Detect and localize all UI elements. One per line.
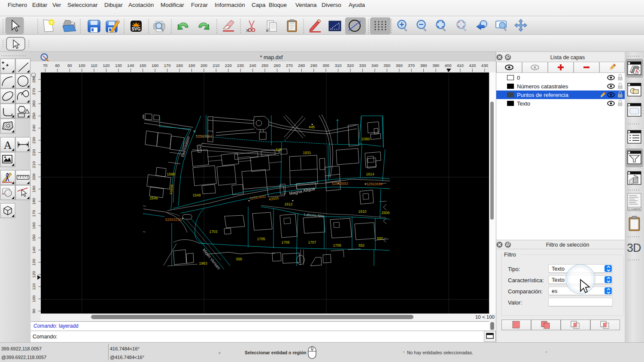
svg-text:A: A: [4, 139, 12, 151]
svg-text:1810: 1810: [358, 209, 367, 214]
svg-text:1705: 1705: [257, 237, 265, 241]
svg-text:230: 230: [237, 63, 244, 68]
svg-text:220: 220: [31, 149, 36, 156]
svg-text:200: 200: [200, 63, 207, 68]
svg-text:1708: 1708: [333, 243, 341, 247]
svg-text:320: 320: [347, 63, 354, 68]
svg-text:1963: 1963: [199, 261, 207, 265]
svg-text:1614: 1614: [366, 172, 374, 176]
svg-text:390: 390: [432, 63, 439, 68]
svg-text:100: 100: [31, 296, 36, 302]
svg-text:140: 140: [127, 63, 134, 68]
svg-text:160: 160: [31, 222, 36, 229]
svg-text:2360: 2360: [362, 137, 370, 141]
svg-text:52563236: 52563236: [165, 217, 182, 222]
svg-text:250: 250: [261, 63, 268, 68]
svg-text:240: 240: [249, 63, 256, 68]
svg-text:330: 330: [359, 63, 366, 68]
svg-text:150: 150: [140, 63, 146, 68]
svg-text:230: 230: [31, 137, 36, 144]
svg-text:140: 140: [31, 247, 36, 253]
svg-text:160: 160: [152, 63, 158, 68]
svg-text:310: 310: [335, 63, 342, 68]
svg-text:300: 300: [322, 63, 329, 68]
svg-text:370: 370: [408, 63, 415, 68]
svg-text:260: 260: [31, 100, 36, 107]
svg-text:380: 380: [420, 63, 427, 68]
svg-text:SVG: SVG: [131, 27, 140, 31]
svg-text:120: 120: [31, 271, 36, 278]
svg-text:150: 150: [31, 235, 36, 241]
svg-text:190: 190: [31, 186, 36, 193]
svg-text:350: 350: [383, 63, 390, 68]
svg-text:180: 180: [176, 63, 183, 68]
svg-text:130: 130: [31, 259, 36, 266]
svg-text:52563693: 52563693: [332, 181, 348, 186]
svg-text:260: 260: [274, 63, 281, 68]
svg-text:170: 170: [164, 63, 171, 68]
svg-text:52563694: 52563694: [366, 182, 383, 186]
svg-text:1707: 1707: [308, 240, 316, 244]
svg-text:290: 290: [310, 63, 317, 68]
svg-text:1703: 1703: [210, 229, 218, 234]
svg-text:420: 420: [469, 63, 476, 68]
svg-text:1706: 1706: [282, 240, 290, 244]
svg-text:110: 110: [91, 63, 97, 68]
svg-text:120: 120: [103, 63, 109, 68]
svg-text:1580: 1580: [167, 172, 175, 176]
svg-text:250: 250: [31, 112, 36, 119]
svg-text:360: 360: [396, 63, 403, 68]
svg-text:400: 400: [445, 63, 452, 68]
svg-text:52563284: 52563284: [196, 134, 212, 139]
svg-text:340: 340: [371, 63, 378, 68]
svg-text:552: 552: [358, 243, 365, 247]
svg-text:548: 548: [276, 148, 282, 152]
svg-text:70: 70: [43, 63, 48, 68]
svg-text:410: 410: [457, 63, 464, 68]
svg-text:1612: 1612: [285, 202, 293, 206]
svg-text:190: 190: [188, 63, 195, 68]
svg-text:2546: 2546: [150, 196, 158, 200]
svg-text:Lista de capas: Lista de capas: [550, 54, 585, 60]
svg-text:110: 110: [31, 284, 36, 290]
svg-text:2506: 2506: [382, 211, 390, 215]
svg-text:270: 270: [286, 63, 293, 68]
svg-text:445: 445: [309, 125, 315, 129]
svg-text:c:comand: c:comand: [629, 208, 640, 211]
svg-text:90: 90: [67, 63, 72, 68]
svg-text:130: 130: [115, 63, 122, 68]
svg-text:555: 555: [236, 257, 242, 261]
svg-text:100: 100: [79, 63, 85, 68]
svg-text:170: 170: [31, 210, 36, 217]
svg-text:3D: 3D: [627, 241, 641, 254]
svg-text:1931: 1931: [303, 151, 311, 155]
svg-text:270: 270: [31, 88, 36, 95]
svg-text:430: 430: [481, 63, 488, 68]
svg-text:80: 80: [55, 63, 60, 68]
svg-text:220: 220: [225, 63, 232, 68]
svg-text:* map.dxf: * map.dxf: [260, 54, 283, 60]
svg-text:Filtro de selección: Filtro de selección: [546, 242, 589, 248]
svg-text:210: 210: [31, 161, 36, 168]
svg-text:200: 200: [31, 173, 36, 180]
svg-text:90: 90: [31, 309, 36, 314]
svg-text:1549: 1549: [193, 193, 201, 197]
svg-text:180: 180: [31, 198, 36, 205]
svg-text:Filtro: Filtro: [504, 252, 516, 258]
svg-text:280: 280: [298, 63, 305, 68]
svg-text:210: 210: [213, 63, 219, 68]
svg-text:240: 240: [31, 125, 36, 132]
